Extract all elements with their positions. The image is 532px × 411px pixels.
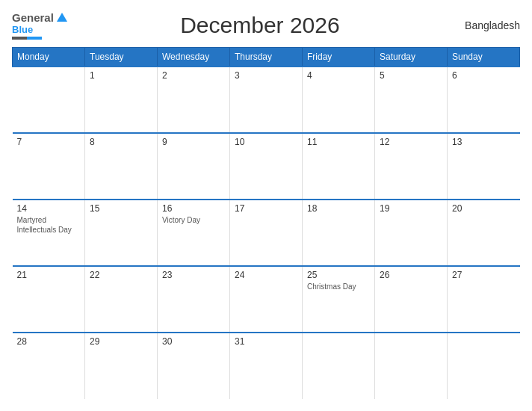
day-number: 1: [90, 70, 152, 81]
day-number: 9: [162, 137, 225, 147]
calendar-cell: 27: [448, 266, 520, 333]
day-number: 21: [17, 270, 81, 280]
calendar-cell: 3: [230, 67, 303, 133]
calendar-cell: 29: [85, 333, 158, 399]
day-number: 10: [235, 137, 297, 147]
calendar-cell: 18: [303, 200, 375, 266]
calendar-cell: 26: [375, 266, 448, 333]
weekday-header-thursday: Thursday: [230, 47, 303, 67]
day-number: 4: [307, 70, 370, 81]
calendar-cell: 16Victory Day: [158, 200, 230, 266]
calendar-table: MondayTuesdayWednesdayThursdayFridaySatu…: [12, 47, 520, 399]
calendar-cell: 11: [303, 133, 375, 200]
calendar-cell: 8: [85, 133, 158, 200]
calendar-cell: 20: [448, 200, 520, 266]
calendar-cell: 31: [230, 333, 303, 399]
day-number: 25: [307, 270, 370, 280]
calendar-cell: [13, 67, 85, 133]
holiday-label: Victory Day: [162, 215, 225, 225]
calendar-cell: 10: [230, 133, 303, 200]
calendar-cell: 7: [13, 133, 85, 200]
calendar-cell: 23: [158, 266, 230, 333]
calendar-cell: 30: [158, 333, 230, 399]
calendar-cell: 4: [303, 67, 375, 133]
calendar-cell: 14Martyred Intellectuals Day: [13, 200, 85, 266]
day-number: 14: [17, 203, 81, 214]
holiday-label: Martyred Intellectuals Day: [17, 215, 81, 235]
weekday-header-tuesday: Tuesday: [85, 47, 158, 67]
day-number: 12: [380, 137, 442, 147]
day-number: 3: [235, 70, 297, 81]
day-number: 8: [90, 137, 152, 147]
calendar-cell: 21: [13, 266, 85, 333]
calendar-week-row: 123456: [13, 67, 520, 133]
logo-bar: [12, 37, 42, 40]
day-number: 30: [162, 336, 225, 347]
weekday-header-wednesday: Wednesday: [158, 47, 230, 67]
calendar-cell: 17: [230, 200, 303, 266]
weekday-header-sunday: Sunday: [448, 47, 520, 67]
logo-general-text: General: [12, 12, 54, 25]
day-number: 2: [162, 70, 225, 81]
day-number: 16: [162, 203, 225, 214]
day-number: 22: [90, 270, 152, 280]
day-number: 11: [307, 137, 370, 147]
calendar-header: General Blue December 2026 Bangladesh: [12, 12, 520, 40]
logo-triangle-icon: [57, 13, 67, 22]
calendar-cell: 2: [158, 67, 230, 133]
day-number: 18: [307, 203, 370, 214]
calendar-cell: 5: [375, 67, 448, 133]
day-number: 20: [452, 203, 516, 214]
calendar-cell: 6: [448, 67, 520, 133]
day-number: 26: [380, 270, 442, 280]
logo: General Blue: [12, 12, 67, 40]
calendar-cell: [303, 333, 375, 399]
calendar-week-row: 78910111213: [13, 133, 520, 200]
day-number: 28: [17, 336, 81, 347]
calendar-cell: 24: [230, 266, 303, 333]
calendar-cell: [448, 333, 520, 399]
calendar-cell: 15: [85, 200, 158, 266]
day-number: 17: [235, 203, 297, 214]
calendar-cell: 13: [448, 133, 520, 200]
calendar-cell: 12: [375, 133, 448, 200]
day-number: 6: [452, 70, 516, 81]
day-number: 24: [235, 270, 297, 280]
calendar-cell: 28: [13, 333, 85, 399]
day-number: 23: [162, 270, 225, 280]
calendar-cell: 22: [85, 266, 158, 333]
day-number: 31: [235, 336, 297, 347]
weekday-header-row: MondayTuesdayWednesdayThursdayFridaySatu…: [13, 47, 520, 67]
day-number: 7: [17, 137, 81, 147]
logo-blue-text: Blue: [12, 24, 33, 35]
day-number: 19: [380, 203, 442, 214]
calendar-cell: 1: [85, 67, 158, 133]
calendar-cell: 19: [375, 200, 448, 266]
calendar-cell: [375, 333, 448, 399]
calendar-cell: 9: [158, 133, 230, 200]
weekday-header-saturday: Saturday: [375, 47, 448, 67]
holiday-label: Christmas Day: [307, 282, 370, 291]
day-number: 13: [452, 137, 516, 147]
day-number: 15: [90, 203, 152, 214]
weekday-header-friday: Friday: [303, 47, 375, 67]
day-number: 29: [90, 336, 152, 347]
calendar-week-row: 14Martyred Intellectuals Day1516Victory …: [13, 200, 520, 266]
day-number: 27: [452, 270, 516, 280]
weekday-header-monday: Monday: [13, 47, 85, 67]
calendar-week-row: 2122232425Christmas Day2627: [13, 266, 520, 333]
calendar-week-row: 28293031: [13, 333, 520, 399]
country-label: Bangladesh: [453, 19, 520, 31]
day-number: 5: [380, 70, 442, 81]
calendar-title: December 2026: [67, 13, 453, 38]
calendar-cell: 25Christmas Day: [303, 266, 375, 333]
